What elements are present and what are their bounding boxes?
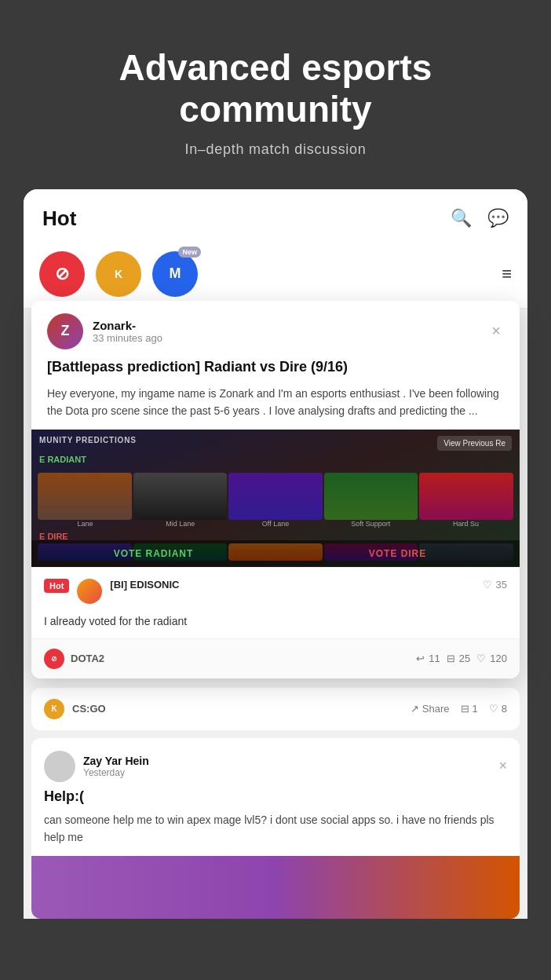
third-close-button[interactable]: × bbox=[498, 758, 507, 774]
third-post-card: Zay Yar Hein Yesterday × Help:( can some… bbox=[31, 738, 520, 919]
second-post-stats: ↗ Share ⊟ 1 ♡ 8 bbox=[411, 703, 507, 715]
hero-section: Advanced esports community In–depth matc… bbox=[0, 0, 551, 189]
share-icon: ↗ bbox=[411, 703, 419, 715]
post-body: Hey everyone, my ingame name is Zonark a… bbox=[31, 385, 520, 430]
vote-radiant-button[interactable]: VOTE RADIANT bbox=[31, 540, 276, 567]
lane-labels: Lane Mid Lane Off Lane Soft Support Hard… bbox=[38, 520, 513, 528]
like-icon-stats: ♡ bbox=[476, 653, 486, 664]
mlbb-label: M bbox=[170, 265, 181, 282]
post-game-icon: ⊘ bbox=[44, 649, 64, 669]
stat-comments: ⊟ 25 bbox=[447, 653, 470, 664]
app-card: Hot 🔍 💬 ⊘ K M New ≡ Z Zonark- 33 minutes… bbox=[24, 189, 527, 919]
post-image: Lane Mid Lane Off Lane Soft Support Hard… bbox=[31, 430, 520, 567]
chat-icon[interactable]: 💬 bbox=[487, 208, 509, 229]
third-post-image bbox=[31, 856, 520, 919]
hero-icons-row bbox=[31, 473, 520, 520]
post-title: [Battlepass prediction] Radiant vs Dire … bbox=[31, 357, 520, 385]
share-label: Share bbox=[422, 703, 450, 715]
third-post-header: Zay Yar Hein Yesterday × bbox=[44, 751, 507, 782]
second-share[interactable]: ↗ Share bbox=[411, 703, 450, 715]
hero-thumb-2 bbox=[133, 473, 228, 520]
game-icons-row: ⊘ K M New ≡ bbox=[24, 243, 527, 309]
stat-replies: ↩ 11 bbox=[416, 653, 440, 664]
stat-likes: ♡ 120 bbox=[476, 653, 507, 664]
hero-thumb-1 bbox=[38, 473, 132, 520]
comment-icon-2: ⊟ bbox=[461, 703, 469, 715]
comment-avatar bbox=[77, 579, 102, 604]
second-likes-count: 8 bbox=[502, 703, 507, 715]
vote-dire-button[interactable]: VOTE DIRE bbox=[276, 540, 520, 567]
reply-icon: ↩ bbox=[416, 653, 425, 664]
game-icon-csgo[interactable]: K bbox=[96, 251, 141, 297]
second-comment-count: 1 bbox=[473, 703, 478, 715]
post-meta: Zonark- 33 minutes ago bbox=[93, 319, 479, 344]
hamburger-icon[interactable]: ≡ bbox=[502, 264, 512, 284]
radiant-label: E RADIANT bbox=[39, 455, 86, 464]
comment-icon: ⊟ bbox=[447, 653, 455, 664]
new-badge: New bbox=[178, 247, 201, 258]
like-icon: ♡ bbox=[483, 579, 492, 591]
second-game-icon: K bbox=[44, 699, 64, 719]
third-post-username: Zay Yar Hein bbox=[83, 755, 491, 767]
search-icon[interactable]: 🔍 bbox=[451, 208, 472, 229]
hot-badge: Hot bbox=[44, 579, 69, 593]
third-post-time: Yesterday bbox=[83, 767, 491, 778]
comments-count: 25 bbox=[459, 653, 470, 664]
comment-text: I already voted for the radiant bbox=[31, 615, 520, 638]
vote-buttons: VOTE RADIANT VOTE DIRE bbox=[31, 540, 520, 567]
post-game-name: DOTA2 bbox=[71, 653, 410, 664]
post-stats: ⊘ DOTA2 ↩ 11 ⊟ 25 ♡ 120 bbox=[31, 638, 520, 678]
third-post-meta: Zay Yar Hein Yesterday bbox=[83, 755, 491, 778]
image-label-predictions: MUNITY PREDICTIONS bbox=[39, 436, 137, 444]
third-post-title: Help:( bbox=[44, 788, 507, 805]
replies-count: 11 bbox=[429, 653, 440, 664]
app-header-title: Hot bbox=[42, 207, 76, 231]
view-previous-button[interactable]: View Previous Re bbox=[437, 436, 512, 451]
second-post-card: K CS:GO ↗ Share ⊟ 1 ♡ 8 bbox=[31, 688, 520, 730]
post-header: Z Zonark- 33 minutes ago × bbox=[31, 301, 520, 357]
second-game-name: CS:GO bbox=[72, 703, 403, 715]
hero-thumb-4 bbox=[324, 473, 418, 520]
third-post-body: can someone help me to win apex mage lvl… bbox=[44, 811, 507, 847]
comment-likes: ♡ 35 bbox=[483, 579, 507, 591]
post-username: Zonark- bbox=[93, 319, 479, 332]
second-likes: ♡ 8 bbox=[489, 703, 507, 715]
post-time: 33 minutes ago bbox=[93, 332, 479, 344]
second-post-area: K CS:GO ↗ Share ⊟ 1 ♡ 8 bbox=[24, 678, 527, 730]
comment-section: Hot [BI] EDISONIC ♡ 35 bbox=[31, 567, 520, 615]
comment-username: [BI] EDISONIC bbox=[110, 579, 474, 591]
close-button[interactable]: × bbox=[488, 319, 504, 343]
third-post-avatar bbox=[44, 751, 75, 782]
header-icons: 🔍 💬 bbox=[451, 208, 509, 229]
post-avatar: Z bbox=[47, 313, 83, 349]
hero-thumb-5 bbox=[419, 473, 513, 520]
hero-thumb-3 bbox=[228, 473, 323, 520]
likes-count: 35 bbox=[496, 579, 507, 591]
second-comments: ⊟ 1 bbox=[461, 703, 478, 715]
main-post-card: Z Zonark- 33 minutes ago × [Battlepass p… bbox=[31, 301, 520, 678]
like-icon-2: ♡ bbox=[489, 703, 498, 715]
game-icon-mlbb[interactable]: M New bbox=[152, 251, 198, 297]
hero-subtitle: In–depth match discussion bbox=[24, 141, 527, 158]
game-icon-dota2[interactable]: ⊘ bbox=[39, 251, 85, 297]
likes-total: 120 bbox=[490, 653, 507, 664]
hero-title: Advanced esports community bbox=[24, 47, 527, 130]
app-header: Hot 🔍 💬 bbox=[24, 189, 527, 243]
